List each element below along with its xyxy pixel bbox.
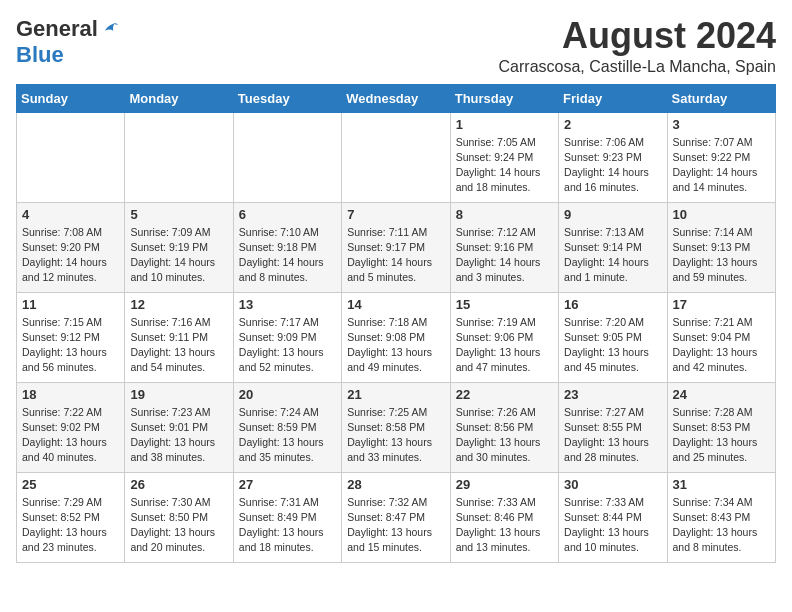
day-info: Sunrise: 7:31 AM Sunset: 8:49 PM Dayligh… bbox=[239, 495, 336, 556]
day-number: 26 bbox=[130, 477, 227, 492]
day-info: Sunrise: 7:33 AM Sunset: 8:44 PM Dayligh… bbox=[564, 495, 661, 556]
calendar-week-row: 1Sunrise: 7:05 AM Sunset: 9:24 PM Daylig… bbox=[17, 112, 776, 202]
day-info: Sunrise: 7:28 AM Sunset: 8:53 PM Dayligh… bbox=[673, 405, 770, 466]
calendar-week-row: 25Sunrise: 7:29 AM Sunset: 8:52 PM Dayli… bbox=[17, 472, 776, 562]
day-number: 12 bbox=[130, 297, 227, 312]
day-info: Sunrise: 7:10 AM Sunset: 9:18 PM Dayligh… bbox=[239, 225, 336, 286]
day-number: 5 bbox=[130, 207, 227, 222]
title-section: August 2024 Carrascosa, Castille-La Manc… bbox=[499, 16, 776, 76]
day-number: 20 bbox=[239, 387, 336, 402]
col-header-tuesday: Tuesday bbox=[233, 84, 341, 112]
day-info: Sunrise: 7:15 AM Sunset: 9:12 PM Dayligh… bbox=[22, 315, 119, 376]
day-info: Sunrise: 7:16 AM Sunset: 9:11 PM Dayligh… bbox=[130, 315, 227, 376]
day-info: Sunrise: 7:23 AM Sunset: 9:01 PM Dayligh… bbox=[130, 405, 227, 466]
col-header-saturday: Saturday bbox=[667, 84, 775, 112]
calendar-cell: 7Sunrise: 7:11 AM Sunset: 9:17 PM Daylig… bbox=[342, 202, 450, 292]
calendar-cell: 24Sunrise: 7:28 AM Sunset: 8:53 PM Dayli… bbox=[667, 382, 775, 472]
day-info: Sunrise: 7:19 AM Sunset: 9:06 PM Dayligh… bbox=[456, 315, 553, 376]
col-header-thursday: Thursday bbox=[450, 84, 558, 112]
day-number: 27 bbox=[239, 477, 336, 492]
day-number: 17 bbox=[673, 297, 770, 312]
day-number: 3 bbox=[673, 117, 770, 132]
logo-bird-icon bbox=[100, 20, 118, 38]
day-info: Sunrise: 7:13 AM Sunset: 9:14 PM Dayligh… bbox=[564, 225, 661, 286]
day-number: 4 bbox=[22, 207, 119, 222]
calendar-cell: 25Sunrise: 7:29 AM Sunset: 8:52 PM Dayli… bbox=[17, 472, 125, 562]
calendar-cell: 5Sunrise: 7:09 AM Sunset: 9:19 PM Daylig… bbox=[125, 202, 233, 292]
calendar-cell: 15Sunrise: 7:19 AM Sunset: 9:06 PM Dayli… bbox=[450, 292, 558, 382]
calendar-cell: 4Sunrise: 7:08 AM Sunset: 9:20 PM Daylig… bbox=[17, 202, 125, 292]
calendar-cell: 27Sunrise: 7:31 AM Sunset: 8:49 PM Dayli… bbox=[233, 472, 341, 562]
day-number: 25 bbox=[22, 477, 119, 492]
calendar-cell: 19Sunrise: 7:23 AM Sunset: 9:01 PM Dayli… bbox=[125, 382, 233, 472]
day-number: 30 bbox=[564, 477, 661, 492]
day-number: 16 bbox=[564, 297, 661, 312]
logo-general-text: General bbox=[16, 16, 98, 42]
day-number: 2 bbox=[564, 117, 661, 132]
day-info: Sunrise: 7:27 AM Sunset: 8:55 PM Dayligh… bbox=[564, 405, 661, 466]
day-info: Sunrise: 7:33 AM Sunset: 8:46 PM Dayligh… bbox=[456, 495, 553, 556]
calendar-cell: 28Sunrise: 7:32 AM Sunset: 8:47 PM Dayli… bbox=[342, 472, 450, 562]
calendar-cell: 1Sunrise: 7:05 AM Sunset: 9:24 PM Daylig… bbox=[450, 112, 558, 202]
day-number: 8 bbox=[456, 207, 553, 222]
day-info: Sunrise: 7:14 AM Sunset: 9:13 PM Dayligh… bbox=[673, 225, 770, 286]
calendar-cell: 30Sunrise: 7:33 AM Sunset: 8:44 PM Dayli… bbox=[559, 472, 667, 562]
calendar-cell bbox=[125, 112, 233, 202]
day-info: Sunrise: 7:32 AM Sunset: 8:47 PM Dayligh… bbox=[347, 495, 444, 556]
calendar-cell: 29Sunrise: 7:33 AM Sunset: 8:46 PM Dayli… bbox=[450, 472, 558, 562]
day-number: 24 bbox=[673, 387, 770, 402]
calendar-cell: 6Sunrise: 7:10 AM Sunset: 9:18 PM Daylig… bbox=[233, 202, 341, 292]
calendar-cell: 14Sunrise: 7:18 AM Sunset: 9:08 PM Dayli… bbox=[342, 292, 450, 382]
day-info: Sunrise: 7:12 AM Sunset: 9:16 PM Dayligh… bbox=[456, 225, 553, 286]
day-number: 10 bbox=[673, 207, 770, 222]
day-number: 21 bbox=[347, 387, 444, 402]
day-info: Sunrise: 7:25 AM Sunset: 8:58 PM Dayligh… bbox=[347, 405, 444, 466]
calendar-cell: 17Sunrise: 7:21 AM Sunset: 9:04 PM Dayli… bbox=[667, 292, 775, 382]
day-info: Sunrise: 7:20 AM Sunset: 9:05 PM Dayligh… bbox=[564, 315, 661, 376]
day-number: 18 bbox=[22, 387, 119, 402]
calendar-cell: 21Sunrise: 7:25 AM Sunset: 8:58 PM Dayli… bbox=[342, 382, 450, 472]
day-info: Sunrise: 7:06 AM Sunset: 9:23 PM Dayligh… bbox=[564, 135, 661, 196]
logo-blue-text: Blue bbox=[16, 42, 64, 68]
day-info: Sunrise: 7:05 AM Sunset: 9:24 PM Dayligh… bbox=[456, 135, 553, 196]
col-header-sunday: Sunday bbox=[17, 84, 125, 112]
day-info: Sunrise: 7:29 AM Sunset: 8:52 PM Dayligh… bbox=[22, 495, 119, 556]
day-info: Sunrise: 7:17 AM Sunset: 9:09 PM Dayligh… bbox=[239, 315, 336, 376]
calendar-table: SundayMondayTuesdayWednesdayThursdayFrid… bbox=[16, 84, 776, 563]
day-number: 9 bbox=[564, 207, 661, 222]
day-info: Sunrise: 7:24 AM Sunset: 8:59 PM Dayligh… bbox=[239, 405, 336, 466]
day-number: 6 bbox=[239, 207, 336, 222]
calendar-header-row: SundayMondayTuesdayWednesdayThursdayFrid… bbox=[17, 84, 776, 112]
day-info: Sunrise: 7:11 AM Sunset: 9:17 PM Dayligh… bbox=[347, 225, 444, 286]
calendar-cell: 9Sunrise: 7:13 AM Sunset: 9:14 PM Daylig… bbox=[559, 202, 667, 292]
day-number: 15 bbox=[456, 297, 553, 312]
day-number: 31 bbox=[673, 477, 770, 492]
col-header-monday: Monday bbox=[125, 84, 233, 112]
day-info: Sunrise: 7:18 AM Sunset: 9:08 PM Dayligh… bbox=[347, 315, 444, 376]
day-number: 1 bbox=[456, 117, 553, 132]
day-number: 23 bbox=[564, 387, 661, 402]
calendar-cell: 26Sunrise: 7:30 AM Sunset: 8:50 PM Dayli… bbox=[125, 472, 233, 562]
calendar-cell bbox=[17, 112, 125, 202]
page-header: General Blue August 2024 Carrascosa, Cas… bbox=[16, 16, 776, 76]
calendar-cell: 18Sunrise: 7:22 AM Sunset: 9:02 PM Dayli… bbox=[17, 382, 125, 472]
col-header-wednesday: Wednesday bbox=[342, 84, 450, 112]
day-info: Sunrise: 7:30 AM Sunset: 8:50 PM Dayligh… bbox=[130, 495, 227, 556]
day-number: 7 bbox=[347, 207, 444, 222]
calendar-cell: 8Sunrise: 7:12 AM Sunset: 9:16 PM Daylig… bbox=[450, 202, 558, 292]
calendar-cell: 16Sunrise: 7:20 AM Sunset: 9:05 PM Dayli… bbox=[559, 292, 667, 382]
day-number: 28 bbox=[347, 477, 444, 492]
calendar-cell: 10Sunrise: 7:14 AM Sunset: 9:13 PM Dayli… bbox=[667, 202, 775, 292]
logo: General Blue bbox=[16, 16, 118, 68]
calendar-cell: 31Sunrise: 7:34 AM Sunset: 8:43 PM Dayli… bbox=[667, 472, 775, 562]
calendar-cell bbox=[233, 112, 341, 202]
calendar-cell: 13Sunrise: 7:17 AM Sunset: 9:09 PM Dayli… bbox=[233, 292, 341, 382]
day-number: 14 bbox=[347, 297, 444, 312]
col-header-friday: Friday bbox=[559, 84, 667, 112]
day-number: 22 bbox=[456, 387, 553, 402]
calendar-cell: 20Sunrise: 7:24 AM Sunset: 8:59 PM Dayli… bbox=[233, 382, 341, 472]
calendar-cell: 22Sunrise: 7:26 AM Sunset: 8:56 PM Dayli… bbox=[450, 382, 558, 472]
month-year-title: August 2024 bbox=[499, 16, 776, 56]
calendar-cell bbox=[342, 112, 450, 202]
calendar-cell: 23Sunrise: 7:27 AM Sunset: 8:55 PM Dayli… bbox=[559, 382, 667, 472]
